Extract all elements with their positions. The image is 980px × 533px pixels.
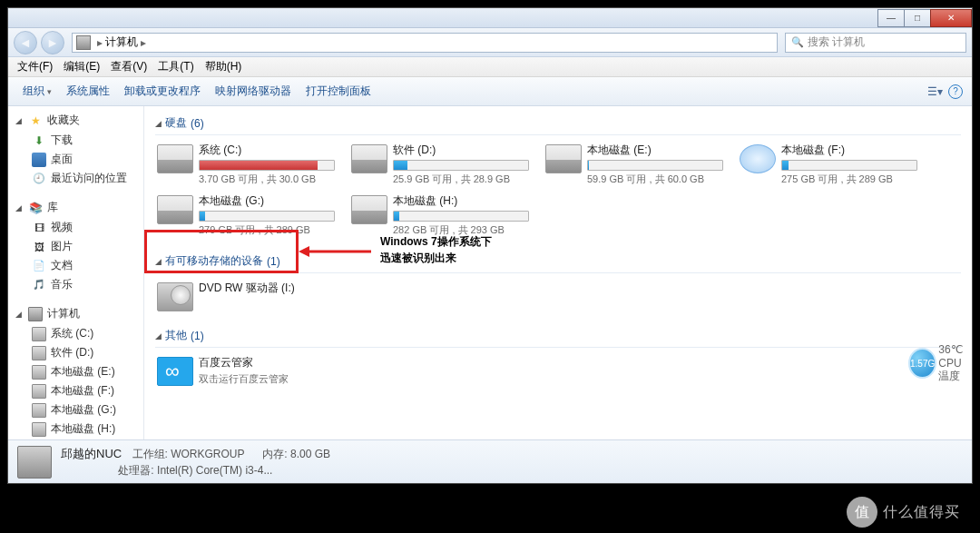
watermark-text: 什么值得买 <box>883 503 960 522</box>
sidebar-libraries[interactable]: 库 <box>8 197 143 218</box>
drive-icon <box>32 422 46 437</box>
usage-bar <box>587 160 723 171</box>
drive-icon <box>157 144 193 173</box>
back-button[interactable]: ◄ <box>14 31 37 54</box>
uninstall-button[interactable]: 卸载或更改程序 <box>117 80 208 103</box>
usage-bar <box>199 160 335 171</box>
drive-item[interactable]: 软件 (D:)25.9 GB 可用 , 共 28.9 GB <box>349 141 531 188</box>
search-input[interactable]: 搜索 计算机 <box>785 33 966 53</box>
drive-icon <box>545 144 582 173</box>
music-icon <box>32 278 46 292</box>
sidebar-computer[interactable]: 计算机 <box>8 303 143 324</box>
drive-name: 本地磁盘 (F:) <box>781 143 917 160</box>
sidebar-drive-e[interactable]: 本地磁盘 (E:) <box>8 362 143 381</box>
doc-icon <box>32 259 46 273</box>
menu-view[interactable]: 查看(V) <box>105 57 152 76</box>
drive-name: 软件 (D:) <box>393 143 529 160</box>
status-bar: 邱越的NUC 工作组: WORKGROUP 内存: 8.00 GB 处理器: I… <box>8 439 972 483</box>
sidebar-favorites[interactable]: 收藏夹 <box>8 110 143 131</box>
drive-name: 本地磁盘 (G:) <box>199 193 335 211</box>
video-icon <box>32 221 46 235</box>
download-icon <box>32 133 46 148</box>
sidebar-documents[interactable]: 文档 <box>8 256 143 275</box>
drive-info: 3.70 GB 可用 , 共 30.0 GB <box>199 173 335 186</box>
baidu-icon <box>157 357 193 386</box>
watermark: 值 什么值得买 <box>847 497 960 528</box>
sidebar-drive-g[interactable]: 本地磁盘 (G:) <box>8 400 143 419</box>
sidebar-videos[interactable]: 视频 <box>8 218 143 237</box>
sidebar: 收藏夹 下载 桌面 最近访问的位置 库 视频 图片 文档 音乐 计算机 系统 (… <box>8 106 144 439</box>
sidebar-drive-f[interactable]: 本地磁盘 (F:) <box>8 381 143 400</box>
group-other[interactable]: 其他(1) <box>155 322 961 348</box>
drive-icon <box>740 144 776 173</box>
drive-icon <box>351 195 387 224</box>
temp-widget[interactable]: 1.57G 36℃CPU温度 <box>908 345 959 381</box>
menu-edit[interactable]: 编辑(E) <box>58 57 105 76</box>
organize-button[interactable]: 组织 <box>15 80 59 103</box>
drive-icon <box>32 384 46 399</box>
computer-name: 邱越的NUC <box>61 447 122 460</box>
sidebar-downloads[interactable]: 下载 <box>8 131 143 150</box>
drive-info: 25.9 GB 可用 , 共 28.9 GB <box>393 173 529 186</box>
drive-icon <box>32 403 46 418</box>
menu-help[interactable]: 帮助(H) <box>200 57 248 76</box>
titlebar[interactable]: — □ ✕ <box>8 8 972 28</box>
maximize-button[interactable]: □ <box>904 9 931 27</box>
drive-icon <box>32 346 46 360</box>
content-pane: 硬盘(6) 系统 (C:)3.70 GB 可用 , 共 30.0 GB软件 (D… <box>144 106 972 439</box>
forward-button[interactable]: ► <box>41 31 64 54</box>
drive-item[interactable]: 系统 (C:)3.70 GB 可用 , 共 30.0 GB <box>155 141 337 188</box>
breadcrumb[interactable]: 计算机 <box>105 35 138 50</box>
drive-info: 275 GB 可用 , 共 289 GB <box>781 173 917 186</box>
explorer-window: — □ ✕ ◄ ► ▸ 计算机 ▸ 搜索 计算机 文件(F) 编辑(E) 查看(… <box>7 7 973 484</box>
sidebar-drive-d[interactable]: 软件 (D:) <box>8 343 143 362</box>
drive-icon <box>32 365 46 380</box>
menu-tools[interactable]: 工具(T) <box>152 57 199 76</box>
usage-bar <box>199 211 335 222</box>
view-icon[interactable]: ☰▾ <box>925 82 945 102</box>
menu-bar: 文件(F) 编辑(E) 查看(V) 工具(T) 帮助(H) <box>8 57 972 77</box>
usage-bar <box>393 211 529 222</box>
ctrlpanel-button[interactable]: 打开控制面板 <box>299 80 378 103</box>
group-hdd[interactable]: 硬盘(6) <box>155 110 961 135</box>
library-icon <box>28 201 43 215</box>
drive-info: 59.9 GB 可用 , 共 60.0 GB <box>587 173 723 186</box>
nav-bar: ◄ ► ▸ 计算机 ▸ 搜索 计算机 <box>8 28 972 57</box>
dvd-drive[interactable]: DVD RW 驱动器 (I:) <box>155 279 337 313</box>
mapdrive-button[interactable]: 映射网络驱动器 <box>208 80 299 103</box>
baidu-item[interactable]: 百度云管家双击运行百度云管家 <box>155 353 337 388</box>
sidebar-music[interactable]: 音乐 <box>8 275 143 294</box>
drive-name: 本地磁盘 (H:) <box>393 193 529 211</box>
drive-item[interactable]: 本地磁盘 (E:)59.9 GB 可用 , 共 60.0 GB <box>544 141 725 188</box>
sidebar-recent[interactable]: 最近访问的位置 <box>8 169 143 188</box>
drive-info: 279 GB 可用 , 共 289 GB <box>199 223 335 237</box>
computer-icon <box>17 446 52 479</box>
dvd-icon <box>157 282 193 311</box>
drive-icon <box>157 195 193 224</box>
drive-item[interactable]: 本地磁盘 (F:)275 GB 可用 , 共 289 GB <box>738 141 919 188</box>
drive-name: 本地磁盘 (E:) <box>587 143 723 160</box>
sidebar-desktop[interactable]: 桌面 <box>8 150 143 169</box>
menu-file[interactable]: 文件(F) <box>12 57 58 76</box>
star-icon <box>28 114 43 128</box>
picture-icon <box>32 240 46 254</box>
sidebar-pictures[interactable]: 图片 <box>8 237 143 256</box>
sidebar-drive-h[interactable]: 本地磁盘 (H:) <box>8 419 143 439</box>
address-bar[interactable]: ▸ 计算机 ▸ <box>72 33 778 53</box>
computer-icon <box>76 35 91 50</box>
minimize-button[interactable]: — <box>877 9 905 27</box>
drive-name: 系统 (C:) <box>199 143 335 160</box>
help-icon[interactable]: ? <box>948 84 963 99</box>
sidebar-drive-c[interactable]: 系统 (C:) <box>8 324 143 343</box>
temp-value: 1.57G <box>908 348 936 379</box>
group-removable[interactable]: 有可移动存储的设备(1) <box>155 248 961 273</box>
drive-icon <box>351 144 387 173</box>
drive-item[interactable]: 本地磁盘 (H:)282 GB 可用 , 共 293 GB <box>349 192 531 239</box>
watermark-badge: 值 <box>847 497 877 528</box>
annotation-text: Windows 7操作系统下迅速被识别出来 <box>380 233 492 266</box>
desktop-icon <box>32 153 46 167</box>
usage-bar <box>781 160 917 171</box>
drive-item[interactable]: 本地磁盘 (G:)279 GB 可用 , 共 289 GB <box>155 192 337 239</box>
sysprops-button[interactable]: 系统属性 <box>59 80 117 103</box>
close-button[interactable]: ✕ <box>930 9 972 27</box>
